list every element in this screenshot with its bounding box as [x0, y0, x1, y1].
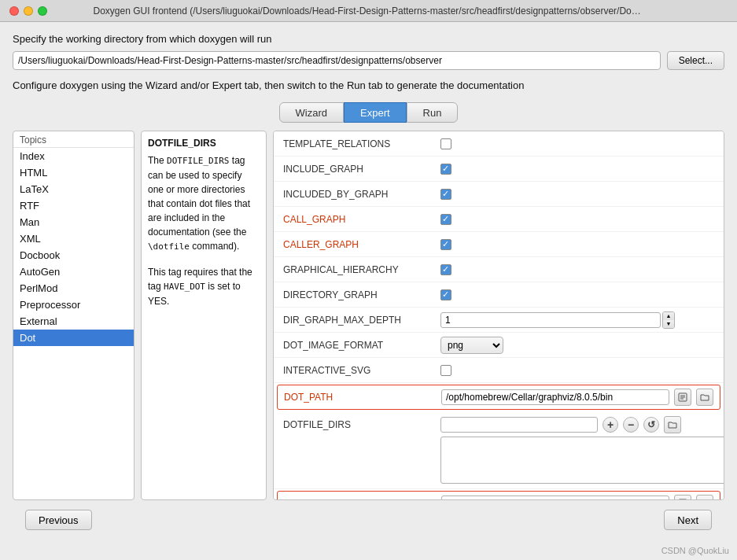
sidebar-item-html[interactable]: HTML	[13, 164, 134, 181]
dotfile-dirs-add-btn[interactable]: +	[602, 417, 618, 433]
setting-directory-graph: DIRECTORY_GRAPH	[274, 282, 724, 308]
setting-name-graphical-hierarchy: GRAPHICAL_HIERARCHY	[283, 264, 440, 275]
sidebar-item-autogen[interactable]: AutoGen	[13, 263, 134, 280]
setting-value-dia-path	[441, 495, 713, 500]
sidebar: Topics Index HTML LaTeX RTF Man XML Docb…	[13, 131, 135, 500]
tab-run[interactable]: Run	[407, 102, 459, 123]
setting-name-included-by-graph: INCLUDED_BY_GRAPH	[283, 189, 440, 200]
tabs-row: Wizard Expert Run	[13, 102, 724, 123]
tab-wizard[interactable]: Wizard	[279, 102, 344, 123]
checkbox-directory-graph[interactable]	[440, 289, 451, 300]
setting-dotfile-dirs: DOTFILE_DIRS + − ↺	[274, 411, 724, 489]
setting-value-dot-path	[441, 389, 713, 406]
instruction2: Configure doxygen using the Wizard and/o…	[13, 79, 724, 91]
main-content: Specify the working directory from which…	[0, 22, 737, 544]
next-button[interactable]: Next	[664, 510, 712, 530]
close-button[interactable]	[9, 6, 19, 16]
sidebar-item-xml[interactable]: XML	[13, 230, 134, 247]
select-button[interactable]: Select...	[667, 51, 724, 70]
setting-value-caller-graph	[440, 239, 714, 250]
setting-name-template-relations: TEMPLATE_RELATIONS	[283, 138, 440, 149]
folder-icon	[700, 392, 709, 402]
tab-expert[interactable]: Expert	[344, 102, 407, 123]
setting-name-directory-graph: DIRECTORY_GRAPH	[283, 289, 440, 300]
sidebar-item-external[interactable]: External	[13, 313, 134, 330]
setting-interactive-svg: INTERACTIVE_SVG	[274, 358, 724, 383]
setting-value-template-relations	[440, 138, 714, 149]
sidebar-item-latex[interactable]: LaTeX	[13, 181, 134, 197]
file-icon	[678, 392, 687, 402]
setting-caller-graph: CALLER_GRAPH	[274, 232, 724, 257]
dot-path-file-btn[interactable]	[674, 389, 691, 406]
setting-graphical-hierarchy: GRAPHICAL_HIERARCHY	[274, 257, 724, 282]
instruction1: Specify the working directory from which…	[13, 33, 724, 45]
folder-icon3	[700, 499, 709, 500]
dia-path-file-btn[interactable]	[674, 495, 691, 500]
dotfile-dirs-input[interactable]	[440, 417, 598, 433]
checkbox-included-by-graph[interactable]	[440, 189, 451, 200]
watermark: CSDN @QuokLiu	[661, 546, 729, 555]
checkbox-caller-graph[interactable]	[440, 239, 451, 250]
setting-template-relations: TEMPLATE_RELATIONS	[274, 131, 724, 157]
dropdown-dot-image-format[interactable]: png svg gif	[440, 337, 503, 354]
traffic-lights	[9, 6, 47, 16]
dotfile-dirs-remove-btn[interactable]: −	[623, 417, 639, 433]
setting-name-caller-graph: CALLER_GRAPH	[283, 239, 440, 250]
spinbox-input-dir-graph-max-depth[interactable]	[440, 312, 661, 328]
setting-call-graph: CALL_GRAPH	[274, 207, 724, 232]
setting-value-call-graph	[440, 214, 714, 225]
checkbox-call-graph[interactable]	[440, 214, 451, 225]
checkbox-template-relations[interactable]	[440, 138, 451, 149]
checkbox-interactive-svg[interactable]	[440, 365, 451, 376]
setting-dot-image-format: DOT_IMAGE_FORMAT png svg gif	[274, 333, 724, 358]
dotfile-dirs-folder-btn[interactable]	[664, 416, 681, 433]
dia-path-input[interactable]	[441, 496, 669, 500]
folder-icon2	[668, 420, 677, 429]
setting-include-graph: INCLUDE_GRAPH	[274, 157, 724, 182]
setting-name-include-graph: INCLUDE_GRAPH	[283, 164, 440, 175]
setting-dir-graph-max-depth: DIR_GRAPH_MAX_DEPTH ▲ ▼	[274, 308, 724, 333]
topics-label: Topics	[13, 131, 134, 148]
dotfile-dirs-textarea[interactable]	[440, 437, 724, 484]
sidebar-item-perlmod[interactable]: PerlMod	[13, 280, 134, 297]
setting-value-dotfile-dirs: + − ↺	[440, 416, 714, 433]
working-dir-input[interactable]	[13, 51, 661, 70]
sidebar-item-rtf[interactable]: RTF	[13, 197, 134, 214]
dotfile-dirs-refresh-btn[interactable]: ↺	[643, 417, 659, 433]
maximize-button[interactable]	[38, 6, 47, 16]
svg-rect-4	[679, 499, 687, 500]
sidebar-item-index[interactable]: Index	[13, 148, 134, 164]
sidebar-item-preprocessor[interactable]: Preprocessor	[13, 297, 134, 313]
setting-value-interactive-svg	[440, 365, 714, 376]
setting-value-dot-image-format: png svg gif	[440, 337, 714, 354]
dia-path-folder-btn[interactable]	[696, 495, 713, 500]
minimize-button[interactable]	[24, 6, 33, 16]
working-dir-row: Select...	[13, 51, 724, 70]
setting-value-included-by-graph	[440, 189, 714, 200]
sidebar-item-docbook[interactable]: Docbook	[13, 247, 134, 263]
setting-value-directory-graph	[440, 289, 714, 300]
spin-down-btn[interactable]: ▼	[663, 320, 674, 328]
checkbox-graphical-hierarchy[interactable]	[440, 264, 451, 275]
bottom-bar: Previous Next	[13, 503, 724, 536]
previous-button[interactable]: Previous	[25, 510, 92, 530]
sidebar-item-dot[interactable]: Dot	[13, 330, 134, 346]
sidebar-item-man[interactable]: Man	[13, 214, 134, 230]
dot-path-folder-btn[interactable]	[696, 389, 713, 406]
spin-buttons-dir-graph-max-depth: ▲ ▼	[662, 311, 675, 329]
titlebar: Doxygen GUI frontend (/Users/liuguokai/D…	[0, 0, 737, 22]
setting-value-graphical-hierarchy	[440, 264, 714, 275]
spin-up-btn[interactable]: ▲	[663, 312, 674, 320]
file-icon2	[678, 499, 687, 500]
desc-title: DOTFILE_DIRS	[148, 138, 260, 149]
setting-name-dot-image-format: DOT_IMAGE_FORMAT	[283, 340, 440, 351]
checkbox-include-graph[interactable]	[440, 164, 451, 175]
setting-name-dia-path: DIA_PATH	[284, 498, 441, 500]
setting-name-dot-path: DOT_PATH	[284, 392, 441, 403]
setting-dot-path: DOT_PATH	[277, 385, 720, 410]
setting-value-include-graph	[440, 164, 714, 175]
description-panel: DOTFILE_DIRS The DOTFILE_DIRS tag can be…	[141, 131, 267, 500]
setting-name-dir-graph-max-depth: DIR_GRAPH_MAX_DEPTH	[283, 315, 440, 326]
window-title: Doxygen GUI frontend (/Users/liuguokai/D…	[94, 6, 644, 17]
dot-path-input[interactable]	[441, 389, 669, 405]
